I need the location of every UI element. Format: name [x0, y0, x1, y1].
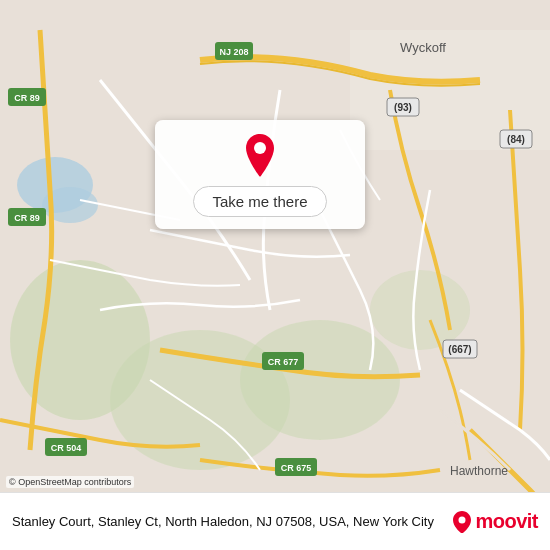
address-text: Stanley Court, Stanley Ct, North Haledon… — [12, 514, 434, 529]
callout-popup: Take me there — [155, 120, 365, 229]
location-pin-icon — [242, 134, 278, 178]
map-svg: CR 89 CR 89 NJ 208 (93) (84) CR 677 CR 6… — [0, 0, 550, 550]
svg-text:(84): (84) — [507, 134, 525, 145]
svg-text:NJ 208: NJ 208 — [219, 47, 248, 57]
svg-text:CR 89: CR 89 — [14, 93, 40, 103]
moovit-logo: moovit — [453, 510, 538, 533]
svg-text:Hawthorne: Hawthorne — [450, 464, 508, 478]
svg-text:Wyckoff: Wyckoff — [400, 40, 446, 55]
address-block: Stanley Court, Stanley Ct, North Haledon… — [12, 512, 443, 531]
svg-point-5 — [240, 320, 400, 440]
info-bar: Stanley Court, Stanley Ct, North Haledon… — [0, 492, 550, 550]
moovit-text: moovit — [475, 510, 538, 533]
svg-text:(93): (93) — [394, 102, 412, 113]
take-me-there-button[interactable]: Take me there — [193, 186, 326, 217]
svg-text:CR 89: CR 89 — [14, 213, 40, 223]
map-container: CR 89 CR 89 NJ 208 (93) (84) CR 677 CR 6… — [0, 0, 550, 550]
svg-text:(667): (667) — [448, 344, 471, 355]
moovit-logo-icon — [453, 511, 471, 533]
svg-point-28 — [254, 142, 266, 154]
svg-text:CR 504: CR 504 — [51, 443, 82, 453]
svg-point-6 — [370, 270, 470, 350]
svg-point-29 — [459, 516, 466, 523]
svg-text:CR 677: CR 677 — [268, 357, 299, 367]
svg-text:CR 675: CR 675 — [281, 463, 312, 473]
osm-attribution: © OpenStreetMap contributors — [6, 476, 134, 488]
